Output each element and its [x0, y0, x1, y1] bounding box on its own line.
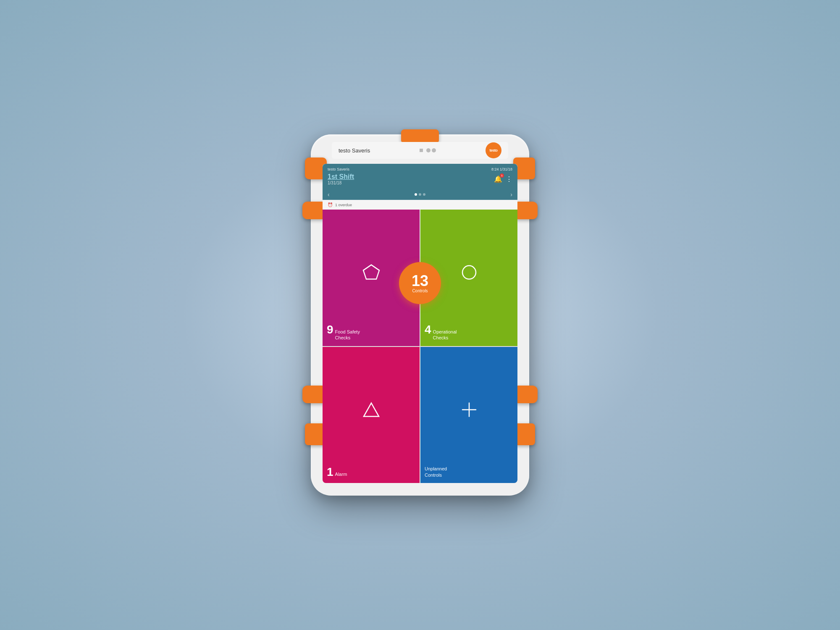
- notification-bell[interactable]: 🔔 1: [494, 175, 502, 183]
- tile-unplanned[interactable]: UnplannedControls: [420, 347, 517, 483]
- operational-count: 4: [425, 324, 431, 336]
- alarm-name: Alarm: [335, 471, 347, 477]
- tablet-top-strip: testo Saveris testo: [332, 142, 508, 159]
- svg-marker-2: [364, 403, 379, 416]
- app-header: testo Saveris 8:24 1/31/18 1st Shift 1/3…: [323, 164, 517, 189]
- header-icons: 🔔 1 ⋮: [494, 175, 512, 183]
- app-header-top: testo Saveris 8:24 1/31/18: [328, 167, 512, 171]
- svg-marker-0: [363, 265, 379, 279]
- svg-point-1: [462, 266, 476, 279]
- tile-grid: 9 Food SafetyChecks 4 Ope: [323, 210, 517, 483]
- tablet-screen: testo Saveris 8:24 1/31/18 1st Shift 1/3…: [323, 164, 517, 483]
- nav-dot-3: [423, 193, 425, 196]
- overdue-text: 1 overdue: [335, 203, 352, 207]
- tile-alarm[interactable]: 1 Alarm: [323, 347, 420, 483]
- food-safety-count: 9: [327, 324, 333, 336]
- circle-icon: [459, 262, 479, 284]
- bracket-top: [401, 129, 439, 143]
- controls-circle[interactable]: 13 Controls: [399, 262, 441, 304]
- more-options-button[interactable]: ⋮: [506, 175, 512, 183]
- screen-content: ⏰ 1 overdue 13 Controls: [323, 200, 517, 483]
- brand-label: testo Saveris: [339, 147, 370, 154]
- app-container: testo Saveris 8:24 1/31/18 1st Shift 1/3…: [323, 164, 517, 483]
- shift-date: 1/31/18: [328, 181, 354, 185]
- nav-row: ‹ ›: [323, 189, 517, 200]
- status-time-date: 8:24 1/31/18: [491, 167, 512, 171]
- shift-name[interactable]: 1st Shift: [328, 173, 354, 181]
- nav-next-button[interactable]: ›: [510, 191, 512, 198]
- bell-badge: 1: [500, 173, 504, 178]
- app-title: testo Saveris: [328, 167, 349, 171]
- food-safety-name: Food SafetyChecks: [335, 329, 360, 341]
- testo-logo: testo: [486, 142, 501, 158]
- nav-dots: [415, 193, 425, 196]
- unplanned-name: UnplannedControls: [425, 466, 447, 478]
- plus-icon: [459, 399, 479, 421]
- pentagon-icon: [361, 262, 381, 284]
- alarm-count: 1: [327, 466, 333, 478]
- controls-label: Controls: [412, 289, 428, 293]
- overdue-bar: ⏰ 1 overdue: [323, 200, 517, 210]
- nav-dot-1: [415, 193, 417, 196]
- operational-name: OperationalChecks: [433, 329, 457, 341]
- tablet-device: testo Saveris testo testo Saveris 8:24 1…: [311, 134, 529, 496]
- controls-number: 13: [412, 273, 428, 289]
- controls-circle-inner: 13 Controls: [399, 262, 441, 304]
- nav-dot-2: [419, 193, 421, 196]
- nav-prev-button[interactable]: ‹: [328, 191, 330, 198]
- alarm-icon: ⏰: [328, 202, 333, 207]
- triangle-icon: [361, 399, 381, 421]
